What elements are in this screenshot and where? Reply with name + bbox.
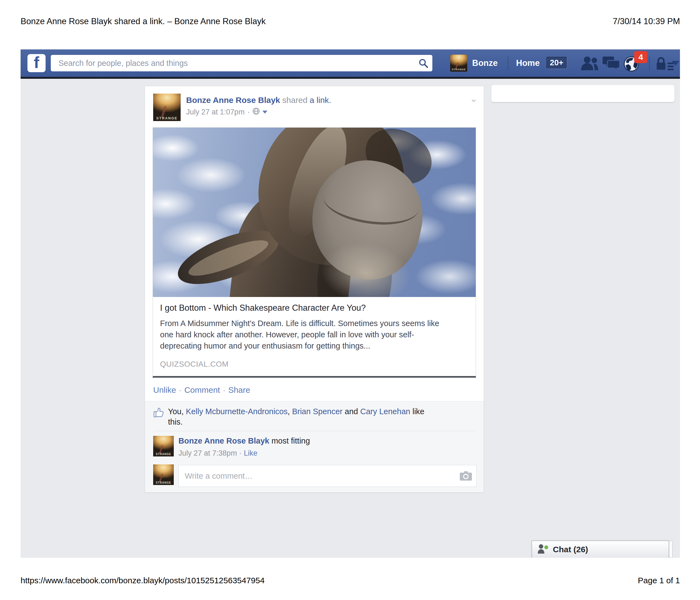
content-area: ⌄ STRANGE Bonze Anne Rose Blaykshareda l… [21,79,680,558]
link-attachment-body: I got Bottom - Which Shakespeare Charact… [153,297,476,369]
post-footer: You, Kelly Mcburnette-Andronicos, Brian … [145,401,484,493]
chat-bar[interactable]: Chat (26) [532,541,669,558]
print-header-timestamp: 7/30/14 10:39 PM [613,17,680,26]
comment-link[interactable]: Comment [184,385,220,394]
post-options-chevron[interactable]: ⌄ [470,94,478,103]
facebook-logo[interactable]: f [27,54,46,72]
search-input[interactable] [51,55,432,71]
notifications-badge[interactable]: 4 [634,51,647,63]
print-header-title: Bonze Anne Rose Blayk shared a link. – B… [21,17,266,26]
camera-icon[interactable] [459,471,472,482]
unlike-link[interactable]: Unlike [153,385,176,394]
chat-label: Chat (26) [553,545,588,554]
post-author-link[interactable]: Bonze Anne Rose Blayk [186,96,280,105]
post-shared-text: shared [282,96,307,105]
meta-separator: · [247,108,250,116]
attachment-description: From A Midsummer Night's Dream. Life is … [160,318,447,352]
likes-this-word: this. [168,418,182,426]
comment-meta: July 27 at 7:38pm·Like [178,449,257,457]
comment-timestamp[interactable]: July 27 at 7:38pm [178,449,237,457]
share-link[interactable]: Share [228,385,250,394]
like-thumb-icon [153,407,164,420]
liker-link-kelly[interactable]: Kelly Mcburnette-Andronicos [186,407,288,416]
comment-text: most fitting [272,436,310,445]
post-link-text[interactable]: a link. [310,96,331,105]
right-sidebar-card [491,85,674,102]
post-meta: July 27 at 1:07pm · [186,107,267,117]
audience-caret-icon[interactable] [262,110,267,114]
print-footer-page: Page 1 of 1 [638,576,680,585]
likes-summary: You, Kelly Mcburnette-Andronicos, Brian … [153,406,469,427]
liker-link-cary[interactable]: Cary Lenehan [360,407,410,416]
post-card: ⌄ STRANGE Bonze Anne Rose Blaykshareda l… [145,86,484,493]
home-notification-badge[interactable]: 20+ [546,57,567,69]
print-footer-url: https://www.facebook.com/bonze.blayk/pos… [21,576,265,585]
liker-you: You, [168,407,186,416]
nav-divider [649,56,650,70]
comment-like-link[interactable]: Like [244,449,257,457]
post-avatar[interactable]: STRANGE [153,94,181,121]
nav-profile-name[interactable]: Bonze [472,49,498,77]
comment-input[interactable] [178,465,477,487]
page: Bonze Anne Rose Blayk shared a link. – B… [0,0,700,600]
privacy-shortcuts-icon[interactable] [656,57,674,71]
account-menu-caret[interactable] [672,61,679,66]
comment-author-link[interactable]: Bonze Anne Rose Blayk [178,436,269,445]
nav-home-link[interactable]: Home [516,49,540,77]
profile-photo-caption: STRANGE [450,68,467,71]
attachment-source[interactable]: QUIZSOCIAL.COM [160,360,469,369]
profile-photo[interactable]: STRANGE [450,55,467,72]
comment-avatar[interactable]: STRANGE [153,436,174,456]
messages-icon[interactable] [603,56,620,72]
post-header: Bonze Anne Rose Blaykshareda link. [186,96,331,105]
chat-icon [538,544,549,555]
nav-divider [508,56,508,70]
attachment-title[interactable]: I got Bottom - Which Shakespeare Charact… [160,303,469,313]
friend-requests-icon[interactable] [581,56,599,72]
facebook-navbar: f STRANGE Bonze Home 20+ 4 [21,49,680,79]
chat-scrollbar[interactable] [669,541,673,558]
link-preview-photo[interactable] [153,128,476,297]
liker-link-brian[interactable]: Brian Spencer [292,407,343,416]
post-actions: Unlike·Comment·Share [153,385,250,395]
privacy-globe-icon [253,107,260,117]
comment: Bonze Anne Rose Blaykmost fitting [178,436,310,446]
search-icon[interactable] [419,58,428,70]
post-timestamp[interactable]: July 27 at 1:07pm [186,108,245,116]
link-attachment[interactable]: I got Bottom - Which Shakespeare Charact… [153,127,476,378]
comment-box-avatar: STRANGE [153,465,174,485]
